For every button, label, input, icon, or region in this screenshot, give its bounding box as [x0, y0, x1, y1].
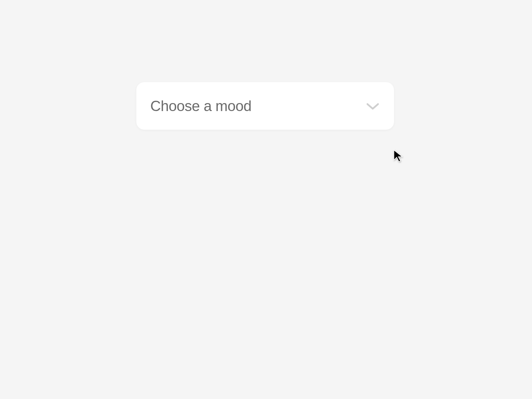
cursor-icon [392, 149, 405, 162]
dropdown-placeholder: Choose a mood [150, 98, 251, 114]
mood-dropdown[interactable]: Choose a mood [136, 82, 394, 130]
chevron-down-icon [366, 99, 379, 113]
